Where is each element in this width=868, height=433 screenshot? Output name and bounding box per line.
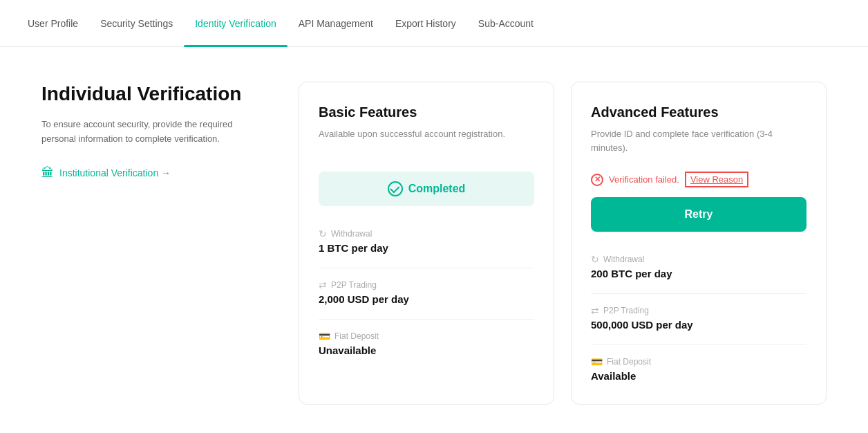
advanced-card-title: Advanced Features [591, 104, 806, 120]
retry-button[interactable]: Retry [591, 197, 806, 232]
nav-export-history[interactable]: Export History [384, 0, 467, 47]
top-nav: User Profile Security Settings Identity … [0, 0, 868, 47]
advanced-features-card: Advanced Features Provide ID and complet… [571, 82, 827, 405]
completed-status: Completed [319, 172, 534, 206]
verification-failed-row: ✕ Verification failed. View Reason [591, 172, 806, 187]
advanced-withdrawal-label: ↻ Withdrawal [591, 254, 806, 265]
fiat-icon: 💳 [319, 331, 330, 342]
nav-security-settings[interactable]: Security Settings [89, 0, 184, 47]
nav-sub-account[interactable]: Sub-Account [467, 0, 545, 47]
nav-user-profile[interactable]: User Profile [28, 0, 89, 47]
advanced-p2p-item: ⇄ P2P Trading 500,000 USD per day [591, 293, 806, 331]
advanced-features-list: ↻ Withdrawal 200 BTC per day ⇄ P2P Tradi… [591, 254, 806, 382]
advanced-fiat-label: 💳 Fiat Deposit [591, 356, 806, 367]
bank-icon: 🏛 [41, 166, 54, 181]
left-panel: Individual Verification To ensure accoun… [41, 82, 276, 181]
advanced-fiat-value: Available [591, 370, 806, 382]
basic-withdrawal-label: ↻ Withdrawal [319, 228, 534, 239]
basic-features-list: ↻ Withdrawal 1 BTC per day ⇄ P2P Trading… [319, 228, 534, 356]
advanced-p2p-value: 500,000 USD per day [591, 319, 806, 331]
adv-fiat-icon: 💳 [591, 356, 603, 367]
advanced-p2p-label: ⇄ P2P Trading [591, 305, 806, 316]
failed-text: Verification failed. [609, 174, 679, 185]
nav-identity-verification[interactable]: Identity Verification [184, 0, 287, 47]
basic-fiat-label: 💳 Fiat Deposit [319, 331, 534, 342]
cards-container: Basic Features Available upon successful… [299, 82, 827, 405]
basic-p2p-label: ⇄ P2P Trading [319, 279, 534, 291]
basic-card-subtitle: Available upon successful account regist… [319, 127, 534, 155]
page-subtitle: To ensure account security, provide the … [41, 118, 263, 147]
basic-p2p-item: ⇄ P2P Trading 2,000 USD per day [319, 268, 534, 305]
check-circle-icon [388, 181, 403, 196]
adv-p2p-icon: ⇄ [591, 305, 599, 316]
page-title: Individual Verification [41, 82, 263, 107]
nav-api-management[interactable]: API Management [287, 0, 384, 47]
advanced-withdrawal-item: ↻ Withdrawal 200 BTC per day [591, 254, 806, 279]
view-reason-link[interactable]: View Reason [685, 172, 748, 187]
advanced-card-subtitle: Provide ID and complete face verificatio… [591, 127, 806, 155]
advanced-fiat-item: 💳 Fiat Deposit Available [591, 344, 806, 382]
failed-circle-icon: ✕ [591, 174, 603, 186]
basic-card-title: Basic Features [319, 104, 534, 120]
institutional-link-label: Institutional Verification → [59, 167, 171, 178]
p2p-icon: ⇄ [319, 279, 327, 291]
withdrawal-icon: ↻ [319, 228, 327, 239]
basic-p2p-value: 2,000 USD per day [319, 293, 534, 305]
institutional-verification-link[interactable]: 🏛 Institutional Verification → [41, 166, 263, 181]
basic-fiat-value: Unavailable [319, 344, 534, 356]
basic-withdrawal-value: 1 BTC per day [319, 242, 534, 254]
completed-label: Completed [408, 183, 466, 195]
adv-withdrawal-icon: ↻ [591, 254, 599, 265]
main-content: Individual Verification To ensure accoun… [0, 47, 868, 433]
advanced-withdrawal-value: 200 BTC per day [591, 268, 806, 279]
basic-fiat-item: 💳 Fiat Deposit Unavailable [319, 319, 534, 356]
basic-features-card: Basic Features Available upon successful… [299, 82, 554, 405]
basic-withdrawal-item: ↻ Withdrawal 1 BTC per day [319, 228, 534, 254]
